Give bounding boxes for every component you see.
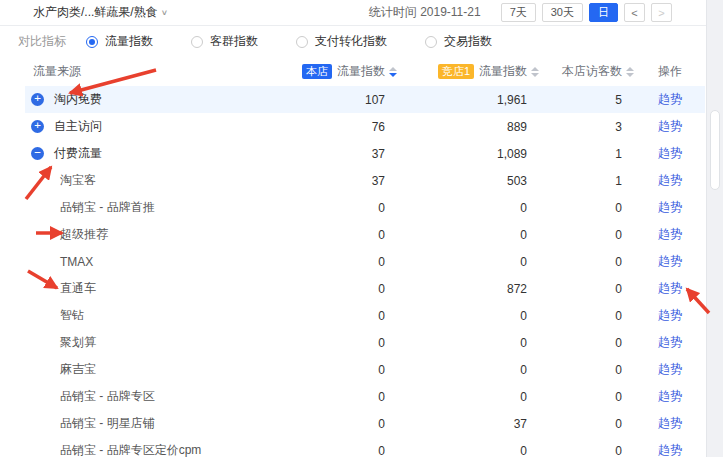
shop-visitors-value: 0 xyxy=(527,201,622,215)
metric-radio-1[interactable]: 客群指数 xyxy=(191,33,258,50)
metric-radio-group: 流量指数客群指数支付转化指数交易指数 xyxy=(86,33,530,50)
table-row: 聚划算000趋势 xyxy=(25,329,705,356)
shop-index-value: 0 xyxy=(273,228,385,242)
shop-badge: 本店 xyxy=(302,64,332,79)
expand-plus-icon[interactable]: + xyxy=(31,93,44,106)
table-row: 品销宝 - 明星店铺0370趋势 xyxy=(25,410,705,437)
shop-visitors-value: 5 xyxy=(527,93,622,107)
trend-link[interactable]: 趋势 xyxy=(658,254,682,268)
metric-radio-2[interactable]: 支付转化指数 xyxy=(296,33,387,50)
trend-link[interactable]: 趋势 xyxy=(658,416,682,430)
shop-visitors-value: 1 xyxy=(527,174,622,188)
time-controls: 统计时间 2019-11-21 7天30天日 < > xyxy=(369,3,672,22)
table-row: 淘宝客375031趋势 xyxy=(25,167,705,194)
operations-cell: 趋势 xyxy=(622,415,705,432)
competitor-index-value: 0 xyxy=(385,363,527,377)
shop-index-value: 0 xyxy=(273,417,385,431)
shop-visitors-value: 0 xyxy=(527,336,622,350)
traffic-source-cell: 品销宝 - 品牌专区 xyxy=(25,388,273,405)
shop-index-value: 0 xyxy=(273,390,385,404)
traffic-source-name: 聚划算 xyxy=(60,334,96,351)
competitor-index-value: 872 xyxy=(385,282,527,296)
table-row: 麻吉宝000趋势 xyxy=(25,356,705,383)
shop-index-value: 0 xyxy=(273,201,385,215)
table-row: 智钻000趋势 xyxy=(25,302,705,329)
chevron-down-icon: ∨ xyxy=(161,8,168,17)
table-row: 直通车08720趋势 xyxy=(25,275,705,302)
metric-radio-label: 客群指数 xyxy=(210,33,258,50)
trend-link[interactable]: 趋势 xyxy=(658,389,682,403)
shop-visitors-value: 0 xyxy=(527,282,622,296)
trend-link[interactable]: 趋势 xyxy=(658,308,682,322)
shop-visitors-value: 0 xyxy=(527,390,622,404)
metric-radio-label: 交易指数 xyxy=(444,33,492,50)
range-button-30天[interactable]: 30天 xyxy=(542,3,583,22)
trend-link[interactable]: 趋势 xyxy=(658,362,682,376)
table-body: +淘内免费1071,9615趋势+自主访问768893趋势−付费流量371,08… xyxy=(0,86,723,457)
competitor-index-value: 0 xyxy=(385,255,527,269)
shop-visitors-value: 0 xyxy=(527,444,622,457)
shop-index-value: 0 xyxy=(273,336,385,350)
collapse-minus-icon[interactable]: − xyxy=(31,147,44,160)
radio-checked-icon[interactable] xyxy=(86,36,98,48)
traffic-source-cell: 品销宝 - 品牌专区定价cpm xyxy=(25,442,273,457)
table-header: 流量来源 本店 流量指数 竞店1 流量指数 本店访客数 操作 xyxy=(25,57,705,86)
trend-link[interactable]: 趋势 xyxy=(658,227,682,241)
category-selector[interactable]: 水产肉类/...鲜蔬果/熟食 ∨ xyxy=(33,4,168,21)
traffic-source-cell: 淘宝客 xyxy=(25,172,273,189)
radio-icon[interactable] xyxy=(425,36,437,48)
table-row: +淘内免费1071,9615趋势 xyxy=(25,86,705,113)
traffic-source-cell: 品销宝 - 品牌首推 xyxy=(25,199,273,216)
range-button-日[interactable]: 日 xyxy=(589,3,618,22)
range-button-7天[interactable]: 7天 xyxy=(501,3,536,22)
stats-time-label: 统计时间 2019-11-21 xyxy=(369,4,481,21)
prev-day-button[interactable]: < xyxy=(624,3,645,22)
traffic-source-cell: +自主访问 xyxy=(25,118,273,135)
shop-visitors-value: 0 xyxy=(527,309,622,323)
column-competitor-index[interactable]: 竞店1 流量指数 xyxy=(385,63,527,80)
shop-visitors-value: 0 xyxy=(527,417,622,431)
trend-link[interactable]: 趋势 xyxy=(658,335,682,349)
competitor-index-value: 0 xyxy=(385,228,527,242)
shop-index-value: 37 xyxy=(273,147,385,161)
radio-icon[interactable] xyxy=(191,36,203,48)
shop-visitors-value: 3 xyxy=(527,120,622,134)
compare-metric-row: 对比指标 流量指数客群指数支付转化指数交易指数 xyxy=(0,26,723,57)
traffic-source-cell: 聚划算 xyxy=(25,334,273,351)
traffic-source-name: 品销宝 - 品牌专区定价cpm xyxy=(60,442,201,457)
table-row: 品销宝 - 品牌专区000趋势 xyxy=(25,383,705,410)
competitor-index-value: 0 xyxy=(385,309,527,323)
scrollbar-thumb[interactable] xyxy=(710,110,720,190)
range-buttons: 7天30天日 xyxy=(495,3,618,22)
trend-link[interactable]: 趋势 xyxy=(658,443,682,457)
trend-link[interactable]: 趋势 xyxy=(658,173,682,187)
radio-icon[interactable] xyxy=(296,36,308,48)
trend-link[interactable]: 趋势 xyxy=(658,92,682,106)
trend-link[interactable]: 趋势 xyxy=(658,200,682,214)
expand-plus-icon[interactable]: + xyxy=(31,120,44,133)
competitor-badge: 竞店1 xyxy=(438,64,474,79)
shop-index-value: 0 xyxy=(273,309,385,323)
competitor-metric-label: 流量指数 xyxy=(479,63,527,80)
shop-index-value: 0 xyxy=(273,444,385,457)
column-operations: 操作 xyxy=(622,63,705,80)
shop-index-value: 0 xyxy=(273,363,385,377)
scrollbar-track[interactable] xyxy=(706,0,723,457)
topbar: 水产肉类/...鲜蔬果/熟食 ∨ 统计时间 2019-11-21 7天30天日 … xyxy=(0,0,706,26)
trend-link[interactable]: 趋势 xyxy=(658,146,682,160)
trend-link[interactable]: 趋势 xyxy=(658,119,682,133)
metric-radio-0[interactable]: 流量指数 xyxy=(86,33,153,50)
traffic-source-name: 自主访问 xyxy=(54,118,102,135)
traffic-source-name: 直通车 xyxy=(60,280,96,297)
next-day-button[interactable]: > xyxy=(651,3,672,22)
traffic-source-name: 智钻 xyxy=(60,307,84,324)
operations-cell: 趋势 xyxy=(622,361,705,378)
compare-metric-label: 对比指标 xyxy=(18,33,66,50)
metric-radio-3[interactable]: 交易指数 xyxy=(425,33,492,50)
trend-link[interactable]: 趋势 xyxy=(658,281,682,295)
column-shop-visitors[interactable]: 本店访客数 xyxy=(527,63,622,80)
traffic-source-cell: 直通车 xyxy=(25,280,273,297)
operations-cell: 趋势 xyxy=(622,226,705,243)
column-shop-index[interactable]: 本店 流量指数 xyxy=(273,63,385,80)
traffic-source-cell: 超级推荐 xyxy=(25,226,273,243)
